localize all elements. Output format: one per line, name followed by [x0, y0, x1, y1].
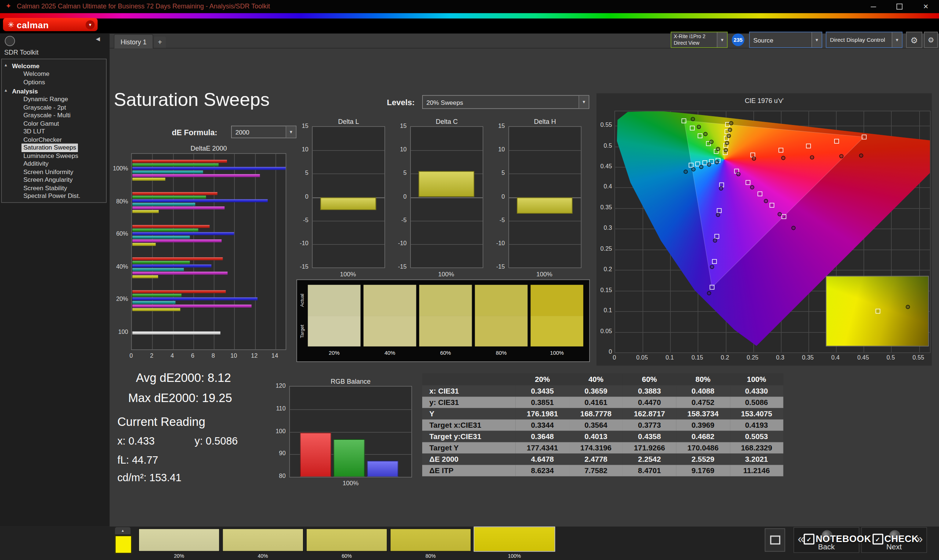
- sidebar-item-spectral-power-dist-[interactable]: Spectral Power Dist.: [2, 192, 106, 200]
- sidebar-item-additivity[interactable]: Additivity: [2, 160, 106, 168]
- tab-history-1[interactable]: History 1: [114, 34, 153, 48]
- y-tick-label: 5: [288, 170, 308, 176]
- delta-h-plot: [508, 126, 581, 268]
- rgb-bar-red: [300, 432, 331, 477]
- table-row: ΔE ITP8.62347.75828.47019.176911.2146: [422, 465, 783, 477]
- sweep-swatch-strip: Actual Target 20%40%60%80%100%: [296, 279, 590, 362]
- meter-value: X-Rite i1Pro 2 Direct View: [671, 32, 717, 47]
- bottom-swatch-80%[interactable]: [390, 528, 471, 552]
- bar-magenta: [133, 174, 260, 177]
- bottom-swatch-40%[interactable]: [222, 528, 304, 552]
- sidebar-section-label: Analysis: [12, 87, 38, 95]
- close-button[interactable]: ✕: [913, 0, 939, 13]
- bottom-swatch-100%[interactable]: [473, 527, 555, 552]
- sweep-swatch-100%: [531, 285, 584, 346]
- bar-yellow: [133, 243, 156, 246]
- table-cell-value: 0.3883: [623, 385, 676, 397]
- x-tick-label: 0: [125, 352, 137, 359]
- maximize-button[interactable]: [886, 0, 913, 13]
- notebookcheck-logo-icon: ✓: [804, 534, 814, 544]
- measurement-marker: [725, 141, 729, 145]
- display-control-dropdown[interactable]: Direct Display Control ▼: [826, 32, 902, 48]
- de-formula-dropdown[interactable]: 2000 ▼: [231, 126, 296, 138]
- minimize-icon: [870, 6, 876, 7]
- meter-dropdown[interactable]: X-Rite i1Pro 2 Direct View ▼: [671, 32, 728, 48]
- help-button[interactable]: [5, 36, 15, 46]
- levels-dropdown[interactable]: 20% Sweeps ▼: [422, 95, 589, 109]
- table-cell-value: 0.3773: [623, 419, 676, 431]
- gridline: [509, 174, 581, 174]
- measurement-marker: [707, 291, 711, 295]
- table-cell-value: 0.3435: [516, 385, 569, 397]
- y-group-label: 100%: [102, 165, 128, 172]
- chevron-down-icon: ▼: [578, 95, 589, 108]
- table-cell-value: 2.4778: [569, 454, 623, 465]
- table-cell-value: 8.4701: [623, 465, 676, 477]
- table-cell-value: 3.2021: [729, 454, 783, 465]
- settings-button[interactable]: ⚙: [906, 32, 922, 48]
- new-tab-button[interactable]: +: [154, 37, 166, 48]
- y-tick-label: 80: [265, 473, 286, 479]
- bar-cyan: [133, 268, 184, 271]
- x-tick-label: 0.25: [744, 354, 761, 361]
- gear-icon: ⚙: [910, 35, 918, 45]
- measurement-marker: [791, 226, 796, 230]
- bar-green: [133, 163, 219, 166]
- bar-blue: [133, 297, 257, 300]
- measurement-table: 20%40%60%80%100%x: CIE310.34350.36590.38…: [422, 374, 783, 477]
- sidebar-item-colorchecker[interactable]: ColorChecker: [2, 135, 106, 144]
- gridline: [193, 154, 194, 350]
- bottom-swatch-20%[interactable]: [138, 528, 220, 552]
- measurement-marker: [810, 155, 814, 159]
- sidebar-item-label: Color Gamut: [22, 120, 60, 127]
- calman-logo[interactable]: ✳ calman ▾: [3, 18, 97, 31]
- y-group-label: 20%: [102, 296, 128, 302]
- sidebar-item-dynamic-range[interactable]: Dynamic Range: [2, 95, 106, 103]
- measurement-marker: [764, 199, 768, 203]
- sidebar-section[interactable]: ▴Analysis: [2, 86, 106, 95]
- table-cell-value: 168.7778: [569, 408, 623, 419]
- minimize-button[interactable]: [860, 0, 886, 13]
- table-header-row: 20%40%60%80%100%: [422, 374, 783, 386]
- settings-button-2[interactable]: ⚙: [924, 32, 938, 48]
- meter-count-badge: 235: [732, 33, 744, 46]
- measurement-marker: [839, 154, 843, 158]
- logo-menu-button[interactable]: ▾: [85, 20, 94, 29]
- x-axis-label: 100%: [508, 271, 580, 278]
- x-tick-label: 12: [248, 352, 261, 359]
- layout-view-button[interactable]: [765, 528, 785, 552]
- sidebar-item-screen-stability[interactable]: Screen Stability: [2, 184, 106, 192]
- x-tick-label: 0.2: [717, 354, 734, 361]
- sidebar-item-screen-angularity[interactable]: Screen Angularity: [2, 176, 106, 184]
- x-tick-label: 0.35: [800, 354, 817, 361]
- collapse-sidebar-icon[interactable]: ◀: [96, 36, 100, 42]
- bar-blue: [133, 167, 287, 170]
- table-cell-value: 0.4358: [623, 431, 676, 442]
- bar-blue: [133, 199, 268, 202]
- sidebar-item-grayscale-2pt[interactable]: Grayscale - 2pt: [2, 103, 106, 111]
- sidebar-item-welcome[interactable]: Welcome: [2, 70, 106, 78]
- sidebar-item-options[interactable]: Options: [2, 78, 106, 86]
- sidebar-item-3d-lut[interactable]: 3D LUT: [2, 128, 106, 135]
- sidebar-section[interactable]: ▴Welcome: [2, 61, 106, 70]
- sidebar-item-saturation-sweeps[interactable]: Saturation Sweeps: [2, 144, 106, 152]
- measurement-marker: [716, 147, 720, 151]
- sidebar-item-color-gamut[interactable]: Color Gamut: [2, 120, 106, 128]
- source-dropdown[interactable]: Source ▼: [749, 32, 822, 48]
- y-tick-label: 10: [288, 146, 308, 153]
- sample-popup-button[interactable]: ▴: [115, 527, 130, 534]
- expander-icon[interactable]: ▴: [5, 63, 7, 68]
- sidebar-item-grayscale-multi[interactable]: Grayscale - Multi: [2, 111, 106, 120]
- target-marker: [757, 191, 762, 196]
- sidebar-item-luminance-sweeps[interactable]: Luminance Sweeps: [2, 152, 106, 160]
- bar-red: [133, 160, 227, 163]
- bottom-swatch-60%[interactable]: [306, 528, 387, 552]
- chevron-down-icon: ▼: [811, 32, 822, 47]
- current-sample-swatch[interactable]: [115, 535, 132, 554]
- meter-name: X-Rite i1Pro 2: [674, 33, 714, 40]
- current-reading-title: Current Reading: [117, 415, 205, 429]
- y-tick-label: 0: [484, 193, 505, 200]
- sidebar-item-screen-uniformity[interactable]: Screen Uniformity: [2, 168, 106, 176]
- expander-icon[interactable]: ▴: [5, 88, 7, 93]
- table-cell-value: 176.1981: [516, 408, 569, 419]
